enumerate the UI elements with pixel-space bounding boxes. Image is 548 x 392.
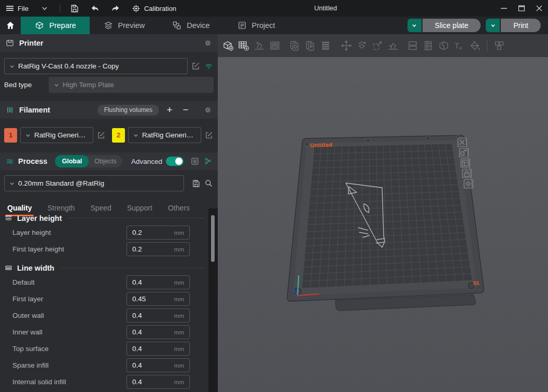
variable-layer-height-icon[interactable] — [422, 39, 434, 52]
print-options-button[interactable] — [486, 19, 500, 32]
line-width-default-input[interactable]: 0.4 mm — [127, 275, 190, 289]
close-button[interactable] — [530, 0, 548, 17]
undo-button[interactable] — [85, 0, 105, 17]
scale-icon[interactable] — [371, 39, 384, 52]
gear-icon[interactable] — [203, 38, 213, 48]
orient-plate-icon[interactable] — [461, 159, 470, 167]
line-width-sparse-infill-input[interactable]: 0.4 mm — [127, 358, 190, 372]
process-preset-row: 0.20mm Standard @RatRig — [4, 175, 214, 191]
layer-height-input[interactable]: 0.2 mm — [127, 226, 190, 240]
setting-row: Internal solid infill 0.4 mm — [12, 375, 190, 389]
edit-icon[interactable] — [191, 61, 201, 71]
printer-icon — [5, 38, 15, 48]
maximize-button[interactable] — [513, 0, 530, 17]
add-plate-icon[interactable] — [237, 39, 250, 52]
slicer-window: { "titlebar": { "menu_label": "File", "c… — [0, 0, 548, 392]
tab-preview[interactable]: Preview — [90, 17, 159, 34]
file-menu[interactable]: File — [0, 0, 34, 17]
scope-global-button[interactable]: Global — [55, 155, 89, 167]
auto-orient-icon[interactable] — [253, 39, 265, 52]
filament-1-swatch[interactable]: 1 — [4, 128, 17, 143]
build-plate-scene: Untitled 01 — [218, 57, 548, 392]
save-preset-icon[interactable] — [191, 179, 201, 188]
add-text-icon[interactable]: Ta — [453, 39, 466, 52]
undo-icon — [90, 3, 100, 13]
filament-2-combo[interactable]: RatRig Generic PLA — [128, 127, 201, 143]
settings-scrollbar[interactable] — [208, 208, 218, 392]
setting-row: First layer height 0.2 mm — [12, 242, 190, 256]
advanced-label: Advanced — [131, 158, 162, 165]
filament-2-swatch[interactable]: 2 — [112, 128, 125, 143]
assembly-icon[interactable] — [493, 39, 505, 52]
paste-icon[interactable] — [304, 39, 316, 52]
add-filament-button[interactable]: + — [164, 105, 175, 115]
first-layer-height-input[interactable]: 0.2 mm — [127, 242, 190, 256]
print-button[interactable]: Print — [501, 19, 541, 32]
setting-row: Outer wall 0.4 mm — [12, 309, 190, 323]
arrange-icon[interactable] — [269, 39, 281, 52]
chevron-down-icon — [133, 132, 139, 138]
split-icon[interactable] — [406, 39, 419, 52]
slice-plate-button[interactable]: Slice plate — [423, 19, 481, 32]
viewport-3d[interactable]: Untitled 01 — [218, 57, 548, 392]
import-icon[interactable] — [288, 39, 301, 52]
file-menu-dropdown[interactable] — [34, 0, 55, 17]
home-button[interactable] — [0, 17, 21, 34]
search-icon[interactable] — [204, 178, 214, 188]
add-model-icon[interactable] — [222, 39, 234, 52]
cut-icon[interactable] — [438, 39, 450, 52]
tab-prepare[interactable]: Prepare — [21, 17, 90, 34]
scope-objects-button[interactable]: Objects — [89, 158, 122, 165]
titlebar-separator — [60, 4, 60, 12]
flushing-volumes-button[interactable]: Flushing volumes — [97, 105, 159, 116]
chevron-down-icon — [411, 22, 417, 29]
gear-icon[interactable] — [203, 105, 213, 115]
process-preset-value: 0.20mm Standard @RatRig — [18, 179, 104, 187]
redo-button[interactable] — [105, 0, 126, 17]
rotate-icon[interactable] — [356, 39, 368, 52]
lock-plate-icon[interactable] — [462, 169, 471, 178]
delete-plate-icon[interactable] — [458, 138, 467, 147]
plate-settings-icon[interactable] — [464, 179, 473, 188]
section-title: Layer height — [17, 214, 62, 222]
tab-prepare-label: Prepare — [49, 21, 76, 30]
line-width-outer-wall-input[interactable]: 0.4 mm — [127, 309, 190, 323]
plate-name-label[interactable]: Untitled — [310, 142, 333, 148]
filament-section-header: Filament Flushing volumes + − — [0, 101, 218, 119]
remove-filament-button[interactable]: − — [180, 105, 191, 115]
setting-row: Layer height 0.2 mm — [12, 226, 190, 240]
process-preset-combo[interactable]: 0.20mm Standard @RatRig — [4, 175, 184, 191]
scrollbar-thumb[interactable] — [211, 215, 215, 262]
paint-icon[interactable] — [469, 39, 481, 52]
parameter-table-icon[interactable] — [190, 157, 200, 166]
chevron-down-icon — [490, 22, 496, 29]
advanced-toggle[interactable] — [166, 157, 184, 166]
line-width-internal-solid-infill-input[interactable]: 0.4 mm — [127, 375, 190, 389]
bed-type-combo[interactable]: High Temp Plate — [49, 77, 214, 93]
save-icon — [69, 4, 79, 13]
tab-project[interactable]: Project — [223, 17, 289, 34]
filament-1-combo[interactable]: RatRig Generic PLA — [20, 127, 93, 143]
slice-options-button[interactable] — [408, 19, 421, 32]
save-button[interactable] — [64, 0, 85, 17]
arrange-plate-icon[interactable] — [459, 148, 468, 157]
wifi-icon[interactable] — [204, 61, 214, 71]
device-icon — [172, 20, 182, 31]
printer-preset-combo[interactable]: RatRig V-Cast 0.4 nozzle - Copy — [4, 58, 188, 74]
tab-device[interactable]: Device — [158, 17, 223, 34]
edit-icon[interactable] — [204, 131, 214, 140]
viewport-toolbar: Ta — [218, 34, 548, 57]
move-icon[interactable] — [340, 39, 353, 52]
lay-flat-icon[interactable] — [387, 39, 399, 52]
window-title: Untitled — [289, 0, 362, 17]
plate-number-label: 01 — [473, 279, 480, 286]
calibration-button[interactable]: Calibration — [126, 0, 181, 17]
edit-icon[interactable] — [96, 131, 106, 140]
parameter-tree-icon[interactable] — [203, 157, 213, 166]
layers-stack-icon[interactable] — [319, 39, 332, 52]
line-width-first-layer-input[interactable]: 0.45 mm — [127, 292, 190, 306]
toggle-knob — [175, 158, 182, 165]
line-width-inner-wall-input[interactable]: 0.4 mm — [127, 325, 190, 339]
minimize-button[interactable] — [495, 0, 513, 17]
line-width-top-surface-input[interactable]: 0.4 mm — [127, 342, 190, 356]
